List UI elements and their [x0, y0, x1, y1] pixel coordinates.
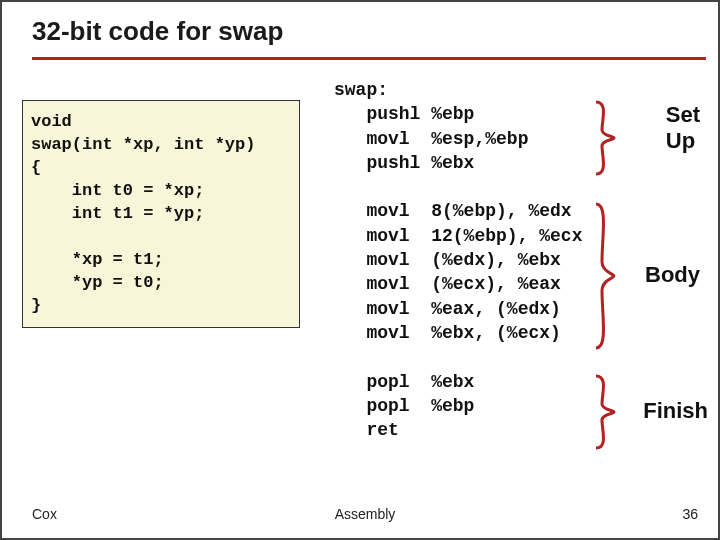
c-source-code: void swap(int *xp, int *yp) { int t0 = *… [22, 100, 300, 328]
curly-brace-icon [594, 374, 616, 450]
brace-setup [594, 100, 616, 176]
footer: Cox Assembly 36 [32, 506, 698, 522]
footer-author: Cox [32, 506, 57, 522]
title-rule [32, 57, 706, 60]
page-title: 32-bit code for swap [32, 16, 706, 47]
brace-body [594, 202, 616, 350]
content-area: void swap(int *xp, int *yp) { int t0 = *… [32, 78, 706, 478]
label-setup: Set Up [666, 102, 700, 154]
footer-topic: Assembly [32, 506, 698, 522]
label-body: Body [645, 262, 700, 288]
label-finish: Finish [643, 398, 708, 424]
brace-finish [594, 374, 616, 450]
curly-brace-icon [594, 100, 616, 176]
footer-page-number: 36 [682, 506, 698, 522]
assembly-code: swap: pushl %ebp movl %esp,%ebp pushl %e… [334, 78, 582, 442]
curly-brace-icon [594, 202, 616, 350]
slide: 32-bit code for swap void swap(int *xp, … [0, 0, 720, 540]
